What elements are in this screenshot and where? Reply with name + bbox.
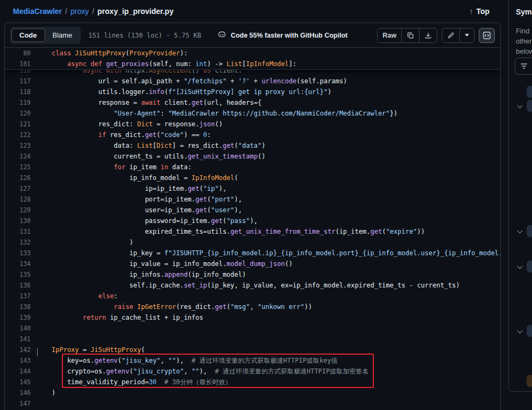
- code-text: password=ip_item.get("pass"),: [52, 215, 258, 226]
- line-number[interactable]: 141: [5, 334, 31, 344]
- chevron-down-icon[interactable]: [517, 264, 523, 269]
- line-number[interactable]: 122: [5, 130, 31, 140]
- line-number[interactable]: 132: [5, 237, 31, 248]
- line-number[interactable]: 137: [5, 291, 31, 301]
- copy-raw-content-button[interactable]: [401, 28, 419, 42]
- breadcrumb-separator: /: [92, 7, 94, 16]
- symbols-panel-description: Findotherbelow: [516, 26, 532, 56]
- line-number[interactable]: 130: [5, 215, 31, 226]
- line-number[interactable]: 131: [5, 226, 31, 237]
- line-number[interactable]: 126: [5, 172, 31, 183]
- scroll-to-top-button[interactable]: ↑ Top: [469, 0, 490, 23]
- code-line: 137 else:: [5, 291, 500, 301]
- code-line: 101 async def get_proxies(self, num: int…: [5, 59, 500, 69]
- line-number[interactable]: 117: [5, 76, 31, 87]
- edit-file-button[interactable]: [442, 28, 459, 42]
- line-number[interactable]: 146: [5, 387, 31, 398]
- code-text: ip=ip_item.get("ip"),: [52, 183, 226, 194]
- code-line: 119 response = await client.get(url, hea…: [5, 97, 500, 108]
- code-text: expired_time_ts=utils.get_unix_time_from…: [52, 226, 425, 237]
- code-line: 129 user=ip_item.get("user"),: [5, 205, 500, 215]
- line-number[interactable]: 142: [5, 344, 31, 355]
- line-number[interactable]: 125: [5, 162, 31, 172]
- line-number[interactable]: 135: [5, 269, 31, 280]
- code-line: 145 time_validity_period=30 # 30分钟（最长时效）: [5, 377, 500, 387]
- code-text: if res_dict.get("code") == 0:: [52, 130, 211, 140]
- line-number[interactable]: 134: [5, 258, 31, 269]
- line-number[interactable]: 80: [5, 48, 31, 59]
- code-line: 124 current_ts = utils.get_unix_timestam…: [5, 151, 500, 162]
- breadcrumb-bar: MediaCrawler/proxy/proxy_ip_provider.py …: [0, 0, 508, 23]
- line-number[interactable]: 121: [5, 119, 31, 130]
- symbol-pill[interactable]: [527, 325, 532, 337]
- code-line: 143 key=os.getenv("jisu_key", ""), # 通过环…: [5, 355, 500, 366]
- code-text: ip_value = ip_info_model.model_dump_json…: [52, 258, 293, 269]
- line-number[interactable]: 119: [5, 97, 31, 108]
- edit-options-dropdown[interactable]: [459, 28, 474, 42]
- symbols-filter-input[interactable]: [515, 57, 532, 75]
- chevron-down-icon[interactable]: [517, 328, 523, 334]
- chevron-down-icon[interactable]: [517, 228, 523, 234]
- code-line: 130 password=ip_item.get("pass"),: [5, 215, 500, 226]
- line-number[interactable]: 123: [5, 140, 31, 151]
- line-number[interactable]: 139: [5, 312, 31, 323]
- symbol-pill[interactable]: [527, 100, 532, 112]
- raw-button[interactable]: Raw: [378, 28, 401, 42]
- code-line: 138 raise IpGetError(res_dict.get("msg",…: [5, 301, 500, 312]
- breadcrumb-folder-link[interactable]: proxy: [70, 7, 89, 16]
- symbol-list-item: [509, 225, 532, 238]
- symbol-pill[interactable]: [527, 261, 532, 272]
- tab-code[interactable]: Code: [11, 28, 45, 42]
- copilot-banner[interactable]: Code 55% faster with GitHub Copilot: [217, 30, 347, 41]
- tab-blame[interactable]: Blame: [45, 29, 80, 41]
- code-text: IpProxy = JiSuHttpProxy(: [52, 344, 145, 355]
- code-text: ): [52, 387, 55, 398]
- line-number[interactable]: 129: [5, 205, 31, 215]
- code-view: 80class JiSuHttpProxy(ProxyProvider):101…: [5, 48, 500, 410]
- line-number[interactable]: 143: [5, 355, 31, 366]
- breadcrumb-repo-link[interactable]: MediaCrawler: [13, 7, 62, 16]
- symbol-pill[interactable]: [527, 86, 532, 98]
- code-line: 141: [5, 334, 500, 344]
- code-line: 147: [5, 398, 500, 409]
- collapse-chevron-icon[interactable]: [37, 347, 42, 352]
- code-text: else:: [52, 291, 118, 301]
- sticky-scope-header: 80class JiSuHttpProxy(ProxyProvider):101…: [5, 48, 500, 70]
- code-text: crypto=os.getenv("jisu_crypto", ""), # 通…: [52, 366, 368, 377]
- line-number[interactable]: 138: [5, 301, 31, 312]
- line-number[interactable]: 133: [5, 248, 31, 258]
- line-number[interactable]: 124: [5, 151, 31, 162]
- line-number[interactable]: 145: [5, 377, 31, 387]
- symbols-pane-toggle-button[interactable]: [479, 28, 495, 43]
- code-line: 118 utils.logger.info(f"[JiSuHttpProxy] …: [5, 87, 500, 97]
- line-number[interactable]: 144: [5, 366, 31, 377]
- code-line: 132 ): [5, 237, 500, 248]
- code-line: 127 ip=ip_item.get("ip"),: [5, 183, 500, 194]
- code-text: utils.logger.info(f"[JiSuHttpProxy] get …: [52, 87, 331, 97]
- symbol-pill[interactable]: [527, 375, 532, 387]
- code-text: res_dict: Dict = response.json(): [52, 119, 223, 130]
- line-number[interactable]: 118: [5, 87, 31, 97]
- line-number[interactable]: 147: [5, 398, 31, 409]
- code-line: 139 return ip_cache_list + ip_infos: [5, 312, 500, 323]
- line-number[interactable]: 127: [5, 183, 31, 194]
- code-text: current_ts = utils.get_unix_timestamp(): [52, 151, 265, 162]
- code-line: 131 expired_time_ts=utils.get_unix_time_…: [5, 226, 500, 237]
- line-number[interactable]: 120: [5, 108, 31, 119]
- line-number[interactable]: 136: [5, 280, 31, 291]
- file-view-container: Code Blame 151 lines (130 loc) · 5.75 KB…: [4, 23, 501, 410]
- code-symbol-icon: [483, 31, 491, 40]
- line-number[interactable]: 101: [5, 59, 31, 69]
- code-text: ip_infos.append(ip_info_model): [52, 269, 246, 280]
- code-line: 133 ip_key = f"JISUHTTP_{ip_info_model.i…: [5, 248, 500, 258]
- edit-button-group: [442, 28, 474, 43]
- symbol-pill[interactable]: [527, 225, 532, 237]
- code-text: user=ip_item.get("user"),: [52, 205, 242, 215]
- line-number[interactable]: 128: [5, 194, 31, 205]
- code-line: 136 self.ip_cache.set_ip(ip_key, ip_valu…: [5, 280, 500, 291]
- code-line: 142IpProxy = JiSuHttpProxy(: [5, 344, 500, 355]
- line-number[interactable]: 140: [5, 323, 31, 334]
- download-raw-file-button[interactable]: [419, 28, 437, 42]
- chevron-down-icon[interactable]: [517, 103, 523, 109]
- breadcrumb-filename: proxy_ip_provider.py: [97, 7, 174, 16]
